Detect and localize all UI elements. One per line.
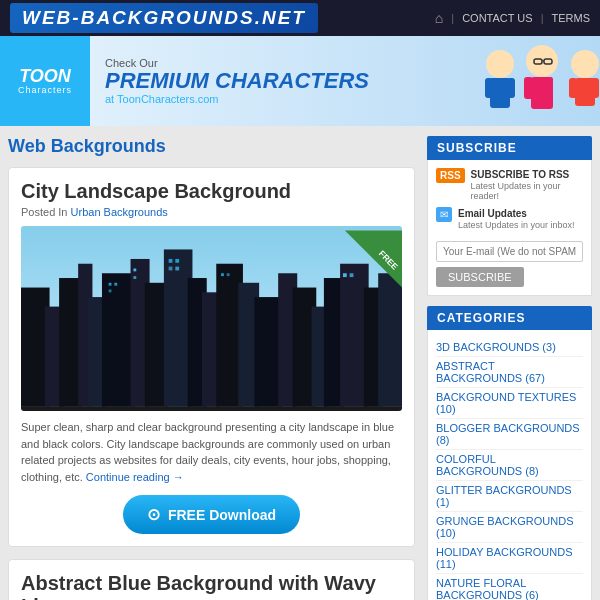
meta-prefix-city: Posted In xyxy=(21,206,67,218)
subscribe-section: SUBSCRIBE RSS SUBSCRIBE TO RSS Latest Up… xyxy=(427,136,592,296)
rss-label: SUBSCRIBE TO RSS xyxy=(471,168,583,181)
svg-rect-6 xyxy=(524,77,533,99)
categories-section: CATEGORIES 3D BACKGROUNDS (3)ABSTRACT BA… xyxy=(427,306,592,600)
category-item[interactable]: GLITTER BACKGROUNDS (1) xyxy=(436,481,583,512)
rss-text-block: SUBSCRIBE TO RSS Latest Updates in your … xyxy=(471,168,583,201)
svg-rect-45 xyxy=(169,267,173,271)
header-navigation: ⌂ | CONTACT US | TERMS xyxy=(435,10,590,26)
article-title-abstract: Abstract Blue Background with Wavy Lines xyxy=(21,572,402,600)
svg-rect-46 xyxy=(175,267,179,271)
svg-rect-40 xyxy=(109,289,112,292)
svg-rect-38 xyxy=(109,283,112,286)
nav-divider-1: | xyxy=(451,12,454,24)
toon-label: TOON xyxy=(19,67,71,85)
home-icon[interactable]: ⌂ xyxy=(435,10,443,26)
svg-rect-37 xyxy=(378,273,402,406)
email-text-block: Email Updates Latest Updates in your inb… xyxy=(458,207,575,230)
svg-rect-41 xyxy=(133,268,136,271)
svg-rect-7 xyxy=(544,77,553,99)
main-wrapper: Web Backgrounds City Landscape Backgroun… xyxy=(0,126,600,600)
article-title-city: City Landscape Background xyxy=(21,180,402,203)
svg-rect-39 xyxy=(114,283,117,286)
svg-rect-22 xyxy=(102,273,135,406)
svg-point-0 xyxy=(486,50,514,78)
svg-rect-43 xyxy=(169,259,173,263)
download-icon: ⊙ xyxy=(147,505,160,524)
email-label: Email Updates xyxy=(458,207,575,220)
svg-rect-13 xyxy=(569,78,577,98)
left-content: Web Backgrounds City Landscape Backgroun… xyxy=(8,136,415,600)
email-item: ✉ Email Updates Latest Updates in your i… xyxy=(436,207,583,230)
svg-point-11 xyxy=(571,50,599,78)
svg-rect-42 xyxy=(133,276,136,279)
meta-category-link-city[interactable]: Urban Backgrounds xyxy=(71,206,168,218)
banner-content: Check Our PREMIUM CHARACTERS at ToonChar… xyxy=(90,47,480,115)
email-sub: Latest Updates in your inbox! xyxy=(458,220,575,230)
right-sidebar: SUBSCRIBE RSS SUBSCRIBE TO RSS Latest Up… xyxy=(427,136,592,600)
article-meta-city: Posted In Urban Backgrounds xyxy=(21,206,402,218)
download-btn-label: FREE Download xyxy=(168,507,276,523)
banner-characters xyxy=(480,36,600,126)
download-button-city[interactable]: ⊙ FREE Download xyxy=(123,495,300,534)
characters-label: Characters xyxy=(18,85,72,95)
svg-rect-47 xyxy=(221,273,224,276)
categories-header: CATEGORIES xyxy=(427,306,592,330)
site-header: WEB-BACKGROUNDS.NET ⌂ | CONTACT US | TER… xyxy=(0,0,600,36)
article-card-abstract: Abstract Blue Background with Wavy Lines… xyxy=(8,559,415,600)
svg-rect-2 xyxy=(485,78,493,98)
site-logo[interactable]: WEB-BACKGROUNDS.NET xyxy=(10,3,318,33)
city-landscape-image: FREE xyxy=(21,226,402,411)
rss-icon: RSS xyxy=(436,168,465,183)
email-input[interactable] xyxy=(436,241,583,262)
rss-sub: Latest Updates in your reader! xyxy=(471,181,583,201)
category-item[interactable]: BLOGGER BACKGROUNDS (8) xyxy=(436,419,583,450)
category-item[interactable]: HOLIDAY BACKGROUNDS (11) xyxy=(436,543,583,574)
svg-rect-49 xyxy=(343,273,347,277)
article-description-city: Super clean, sharp and clear background … xyxy=(21,419,402,485)
banner-site-text: at ToonCharacters.com xyxy=(105,93,465,105)
subscribe-header: SUBSCRIBE xyxy=(427,136,592,160)
email-icon: ✉ xyxy=(436,207,452,222)
svg-rect-14 xyxy=(591,78,599,98)
page-title: Web Backgrounds xyxy=(8,136,415,157)
category-item[interactable]: 3D BACKGROUNDS (3) xyxy=(436,338,583,357)
nav-divider-2: | xyxy=(541,12,544,24)
rss-item[interactable]: RSS SUBSCRIBE TO RSS Latest Updates in y… xyxy=(436,168,583,201)
category-item[interactable]: ABSTRACT BACKGROUNDS (67) xyxy=(436,357,583,388)
contact-us-link[interactable]: CONTACT US xyxy=(462,12,533,24)
subscribe-button[interactable]: SUBSCRIBE xyxy=(436,267,524,287)
category-item[interactable]: BACKGROUND TEXTURES (10) xyxy=(436,388,583,419)
category-item[interactable]: COLORFUL BACKGROUNDS (8) xyxy=(436,450,583,481)
svg-rect-48 xyxy=(227,273,230,276)
continue-reading-link[interactable]: Continue reading → xyxy=(86,471,184,483)
svg-rect-3 xyxy=(507,78,515,98)
category-item[interactable]: GRUNGE BACKGROUNDS (10) xyxy=(436,512,583,543)
promo-banner[interactable]: TOON Characters Check Our PREMIUM CHARAC… xyxy=(0,36,600,126)
svg-rect-44 xyxy=(175,259,179,263)
subscribe-body: RSS SUBSCRIBE TO RSS Latest Updates in y… xyxy=(427,160,592,296)
article-card-city: City Landscape Background Posted In Urba… xyxy=(8,167,415,547)
site-logo-text: WEB-BACKGROUNDS.NET xyxy=(22,7,306,28)
terms-link[interactable]: TERMS xyxy=(552,12,591,24)
banner-premium-text: PREMIUM CHARACTERS xyxy=(105,69,465,93)
category-item[interactable]: NATURE FLORAL BACKGROUNDS (6) xyxy=(436,574,583,600)
categories-body: 3D BACKGROUNDS (3)ABSTRACT BACKGROUNDS (… xyxy=(427,330,592,600)
svg-rect-50 xyxy=(350,273,354,277)
article-desc-text: Super clean, sharp and clear background … xyxy=(21,421,394,483)
toon-characters-logo: TOON Characters xyxy=(0,36,90,126)
